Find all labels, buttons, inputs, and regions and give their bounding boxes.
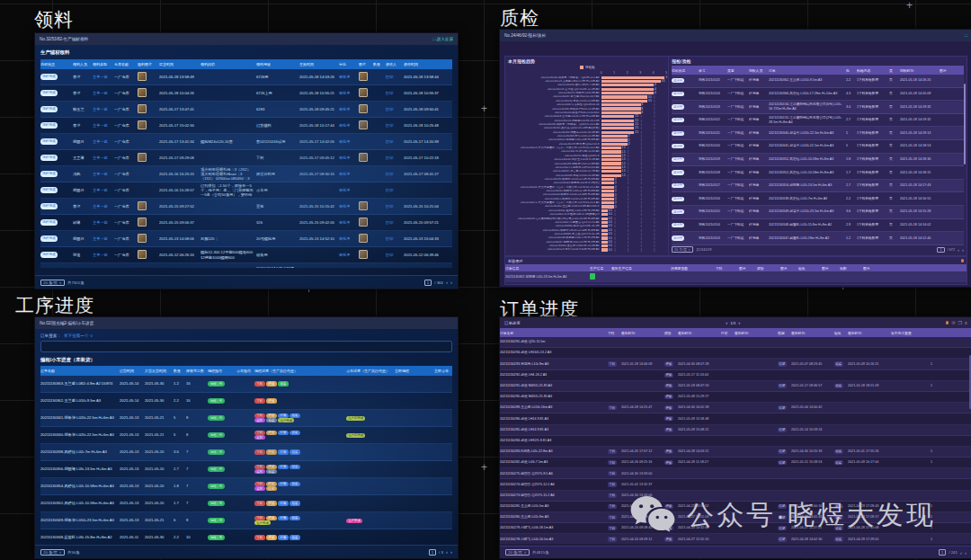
scrollbar[interactable] — [964, 84, 966, 164]
table-row[interactable]: 进行中 报检20210514 一厂下料组 程海峰 20211130348-起重机… — [672, 219, 964, 233]
process-step-chip[interactable]: 打磨 — [278, 482, 289, 486]
process-step-chip[interactable]: 下料 — [254, 535, 265, 539]
approve-link[interactable]: 审批单 — [339, 75, 357, 79]
column-header[interactable]: 订货时间 — [120, 369, 143, 373]
table-row[interactable]: 20211130284-胡迪 LH32/5-9.81 A3 下料 焊接 喷塑 组… — [500, 436, 971, 447]
approve-link[interactable]: 审批单 — [339, 236, 357, 241]
column-header[interactable]: 立即编框 — [395, 369, 432, 373]
column-header[interactable]: 单号 — [699, 68, 726, 73]
material-thumbnail[interactable] — [138, 104, 147, 113]
window-icon[interactable]: ❐ — [958, 320, 962, 325]
column-header[interactable]: 小车进度（生产执行信息） — [346, 369, 393, 373]
fullscreen-button[interactable]: ⛶ 进入全屏 — [432, 37, 453, 41]
table-row[interactable]: 流程完成 邱琳 主单一览 一厂仓库 2021-05-15 09:06:37 32… — [40, 215, 452, 231]
table-row[interactable]: 进行中 报检20210516 一厂下料组 程海峰 20211130338-凤碧仙… — [672, 192, 964, 206]
column-header[interactable]: 最新时间 — [621, 331, 663, 335]
table-row[interactable]: 进行中 报检20210520 一厂下料组 程海峰 20211130341-胡春华… — [672, 140, 964, 154]
material-thumbnail[interactable] — [138, 201, 147, 210]
column-header[interactable]: 图片 — [359, 62, 371, 67]
approve-link[interactable]: 审批单 — [339, 172, 357, 176]
process-step-chip[interactable]: 组装 — [290, 482, 300, 486]
process-step-chip[interactable]: 焊接 — [266, 381, 277, 386]
prev-page-button[interactable]: ‹ — [446, 549, 448, 555]
approve-link[interactable]: 审批单 — [339, 156, 357, 160]
column-header[interactable]: 图片 — [780, 266, 797, 271]
table-row[interactable]: 20211130294-胡迪 LH16/0-13.2 A3 下料 焊接 喷塑 组… — [500, 348, 971, 359]
table-row[interactable]: 流程完成 李洋 主单一览 一厂仓库 2021-05-18 10:04:26 67… — [40, 85, 452, 102]
type-link[interactable]: 主单一览 — [93, 253, 112, 257]
column-header[interactable]: 图片 — [940, 68, 950, 73]
process-step-chip[interactable]: 组装 — [278, 381, 289, 386]
column-header[interactable]: 生产信息 — [590, 266, 610, 271]
approve-link[interactable]: 审批单 — [339, 204, 357, 209]
table-row[interactable]: 20211130356-胡丽珊 L05i-13.5m H+6m A3 2021-… — [40, 461, 452, 478]
operator-link[interactable]: 打印 — [386, 75, 402, 79]
approve-link[interactable]: 审批单 — [339, 123, 357, 128]
column-header[interactable]: 数量 — [373, 62, 384, 67]
table-row[interactable]: 20211130352-凤碧仙 L02i-10.58m H+6m A3 2021… — [40, 495, 452, 512]
next-page-button[interactable]: › — [450, 280, 452, 285]
column-header[interactable]: 检验内容 — [857, 68, 887, 73]
column-header[interactable]: 流程状态 — [672, 68, 697, 73]
column-header[interactable]: 打磨 — [721, 331, 733, 335]
table-row[interactable]: 进行中 报检20210515 一厂下料组 程海峰 20211130349-胡春华… — [672, 206, 964, 219]
process-step-chip[interactable]: 焊接 — [266, 431, 277, 435]
process-step-chip[interactable]: 装配 — [254, 469, 265, 474]
table-row[interactable]: 流程完成 冯凯 主单一览 一厂仓库 2021-05-16 16:25:20 顶火… — [40, 166, 452, 182]
table-row[interactable]: 流程完成 张迪 主单一览 一厂仓库 2021-05-12 06:26:16 螺栓… — [40, 247, 452, 263]
pictures-row[interactable]: 20211130367-胡丽珊 L05i-23.5m H+5m A3 — [505, 271, 967, 282]
process-step-chip[interactable]: 组装 — [290, 449, 300, 454]
process-step-chip[interactable]: 包装 — [266, 418, 277, 422]
column-header[interactable]: 页签 — [727, 68, 747, 73]
type-link[interactable]: 主单一览 — [93, 91, 112, 95]
column-header[interactable]: 最新时间 — [791, 331, 833, 335]
operator-link[interactable]: 打印 — [386, 156, 402, 160]
column-header[interactable]: 领料内容 — [200, 62, 254, 67]
page-size-select[interactable]: 20 条/页 ∨ — [40, 549, 65, 556]
process-step-chip[interactable]: 下料 — [254, 381, 265, 386]
current-page[interactable]: 1 — [937, 247, 944, 253]
approve-link[interactable]: 审批单 — [339, 188, 357, 192]
column-header[interactable]: 仓库名称 — [114, 62, 136, 67]
table-row[interactable]: 20211130292-胡迪 LH4-26.2 A3 下料 焊接 2021-05… — [500, 370, 971, 381]
table-row[interactable]: 20211130349-胡春华 L010i-23.5m H+6m A3 2021… — [40, 512, 452, 529]
table-row[interactable]: 流程完成 李洋 主单一览 一厂仓库 2021-05-18 13:58:49 67… — [40, 69, 452, 85]
prev-page-button[interactable]: ‹ — [960, 550, 962, 556]
approve-thumbnail[interactable] — [359, 104, 368, 113]
operator-link[interactable]: 打印 — [386, 188, 402, 192]
column-header[interactable]: 报检人员 — [749, 68, 767, 73]
type-link[interactable]: 主单一览 — [93, 172, 112, 176]
table-row[interactable]: 流程完成 胡丽月 主单一览 一厂仓库 2021-05-17 13:41:34 螺… — [40, 134, 452, 150]
table-row[interactable]: 流程完成 王之琳 主单一览 一厂仓库 2021-05-17 09:29:08 下… — [40, 150, 452, 166]
table-row[interactable]: 进行中 报检20210518 一厂下料组 程海峰 20211130352-凤碧仙… — [672, 166, 964, 180]
table-row[interactable]: 20211130285-胡迪 LH16 9.81 A3 下料 焊接 2021-0… — [500, 425, 971, 436]
column-header[interactable]: 订单名称 — [40, 369, 118, 373]
material-thumbnail[interactable] — [138, 250, 147, 259]
process-step-chip[interactable]: 组装 — [290, 535, 300, 539]
table-row[interactable]: 流程完成 柳玉兰 主单一览 一厂仓库 2021-05-17 13:47:41 6… — [40, 102, 452, 118]
page-size-select[interactable]: 20 条/页 ∨ — [505, 549, 530, 556]
column-header[interactable]: 最新时间 — [735, 331, 776, 335]
prev-page-button[interactable]: ‹ — [958, 247, 959, 253]
approve-thumbnail[interactable] — [359, 88, 368, 97]
approve-link[interactable]: 审批单 — [339, 253, 357, 257]
table-row[interactable]: 流程完成 胡丽月 主单一览 一厂仓库 2021-05-16 15:28:57 订… — [40, 182, 452, 199]
process-step-chip[interactable]: 打磨 — [278, 449, 289, 454]
approve-link[interactable]: 审批单 — [339, 91, 357, 95]
type-link[interactable]: 主单一览 — [93, 139, 112, 144]
table-row[interactable]: 20211130290-胡迪 M4X/0-25.85 A3 下料 焊接 2021… — [500, 392, 971, 403]
table-row[interactable]: 进行中 报检20210522 一厂下料组 程海峰 20211130155-江苏晟… — [672, 114, 964, 128]
search-mode-dropdown[interactable]: 带下拉第一个 ∨ — [64, 333, 94, 338]
process-step-chip[interactable]: 生产完成 — [278, 418, 294, 422]
process-step-chip[interactable]: 装配 — [254, 418, 265, 422]
type-link[interactable]: 主单一览 — [93, 107, 112, 111]
table-row[interactable]: 进行中 报检20210513 一厂下料组 程海峰 20211130347-起重机… — [672, 232, 964, 245]
column-header[interactable]: 物料图片 — [138, 62, 157, 67]
column-header[interactable]: 图片 — [739, 266, 755, 271]
table-row[interactable]: 流程完成 李洋 主单一览 一厂仓库 2021-05-15 09:27:52 更换… — [40, 199, 452, 215]
next-page-button[interactable]: › — [962, 247, 964, 253]
prev-page-button[interactable]: ‹ — [726, 320, 727, 325]
operator-link[interactable]: 打印 — [386, 172, 402, 176]
current-page[interactable]: 1 — [939, 549, 946, 556]
process-step-chip[interactable]: 打磨 — [278, 535, 289, 539]
